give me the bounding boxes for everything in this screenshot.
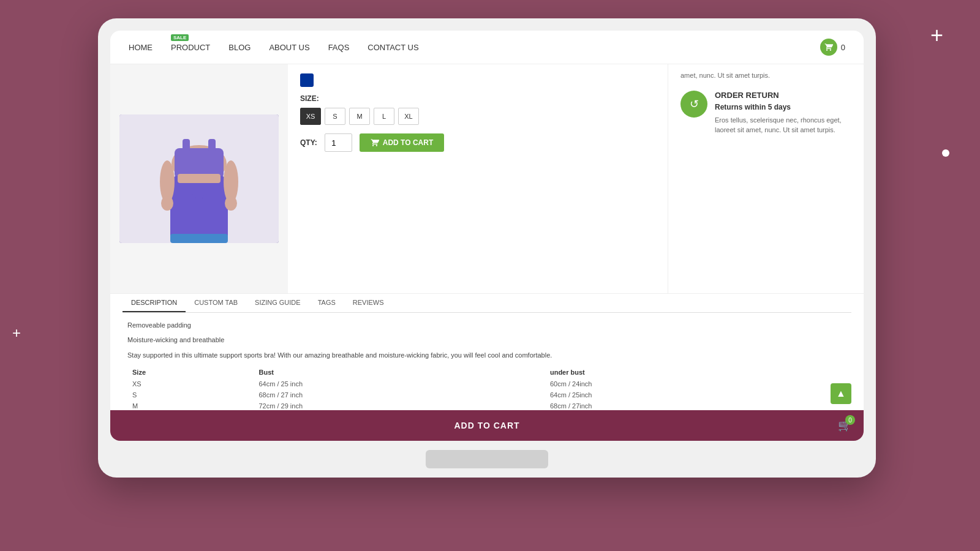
size-btn-m[interactable]: M: [349, 108, 370, 125]
nav-bar: HOME SALE PRODUCT BLOG ABOUT US FAQS CON…: [110, 31, 864, 64]
table-cell: XS: [127, 378, 254, 389]
table-row: XS64cm / 25 inch60cm / 24inch: [127, 378, 846, 389]
order-return-icon: ↺: [680, 91, 707, 118]
dot-decoration: [942, 149, 949, 157]
laptop-trackpad: [426, 450, 548, 468]
table-cell: 60cm / 24inch: [545, 378, 846, 389]
desc-line-2: Moisture-wicking and breathable: [127, 335, 846, 345]
svg-rect-6: [170, 194, 196, 240]
laptop-frame: HOME SALE PRODUCT BLOG ABOUT US FAQS CON…: [98, 18, 876, 478]
order-return-section: ↺ ORDER RETURN Returns within 5 days Ero…: [680, 91, 851, 135]
nav-cart[interactable]: 0: [820, 39, 845, 56]
cart-icon: [820, 39, 837, 56]
color-swatch[interactable]: [300, 73, 314, 87]
order-return-body: Eros tellus, scelerisque nec, rhoncus eg…: [715, 115, 851, 135]
bottom-cart-icon: 🛒 0: [838, 419, 851, 432]
size-table-header-underbust: under bust: [545, 366, 846, 378]
sale-badge: SALE: [171, 34, 189, 41]
product-image-area: [110, 64, 288, 293]
nav-link-faqs[interactable]: FAQS: [328, 43, 350, 52]
tab-reviews[interactable]: REVIEWS: [344, 294, 393, 312]
bottom-bar-label: ADD TO CART: [454, 421, 519, 430]
table-cell: S: [127, 389, 254, 400]
size-label: SIZE:: [300, 94, 655, 103]
table-cell: 64cm / 25inch: [545, 389, 846, 400]
return-icon-symbol: ↺: [690, 97, 699, 111]
nav-link-product[interactable]: SALE PRODUCT: [171, 43, 210, 52]
scroll-to-top-button[interactable]: ▲: [831, 383, 851, 404]
size-btn-s[interactable]: S: [325, 108, 345, 125]
plus-decoration-top-right: +: [930, 24, 943, 47]
bottom-cart-badge: 0: [845, 415, 855, 425]
svg-rect-4: [208, 139, 216, 151]
size-table-header-bust: Bust: [254, 366, 545, 378]
svg-rect-8: [178, 174, 221, 183]
above-info-text: amet, nunc. Ut sit amet turpis.: [680, 70, 851, 81]
svg-point-12: [225, 196, 237, 211]
svg-rect-3: [183, 139, 190, 151]
order-return-subtitle: Returns within 5 days: [715, 102, 851, 113]
size-table-header-size: Size: [127, 366, 254, 378]
qty-row: QTY: ADD TO CART: [300, 133, 655, 152]
size-btn-xl[interactable]: XL: [398, 108, 419, 125]
order-return-title: ORDER RETURN: [715, 91, 851, 100]
tab-description[interactable]: DESCRIPTION: [123, 294, 186, 312]
desc-line-3: Stay supported in this ultimate support …: [127, 350, 846, 361]
tab-custom[interactable]: CUSTOM TAB: [186, 294, 246, 312]
cart-count: 0: [841, 43, 845, 52]
qty-label: QTY:: [300, 138, 317, 147]
add-to-cart-button[interactable]: ADD TO CART: [360, 133, 444, 152]
desc-line-1: Removeable padding: [127, 320, 846, 331]
size-btn-xs[interactable]: XS: [300, 108, 321, 125]
qty-input[interactable]: [325, 133, 352, 152]
add-to-cart-label: ADD TO CART: [383, 138, 433, 147]
laptop-screen: HOME SALE PRODUCT BLOG ABOUT US FAQS CON…: [110, 31, 864, 441]
nav-links: HOME SALE PRODUCT BLOG ABOUT US FAQS CON…: [129, 43, 419, 52]
full-content: SIZE: XS S M L XL QTY:: [110, 64, 864, 441]
product-info-right: amet, nunc. Ut sit amet turpis. ↺ ORDER …: [668, 64, 864, 293]
plus-decoration-left: +: [12, 324, 21, 342]
nav-product-label: PRODUCT: [171, 43, 210, 52]
nav-link-about[interactable]: ABOUT US: [269, 43, 309, 52]
tab-sizing[interactable]: SIZING GUIDE: [246, 294, 309, 312]
nav-link-home[interactable]: HOME: [129, 43, 153, 52]
nav-link-contact[interactable]: CONTACT US: [368, 43, 418, 52]
content-area: SIZE: XS S M L XL QTY:: [110, 64, 864, 441]
size-options: XS S M L XL: [300, 108, 655, 125]
nav-link-blog[interactable]: BLOG: [228, 43, 251, 52]
product-details: SIZE: XS S M L XL QTY:: [288, 64, 668, 293]
table-row: S68cm / 27 inch64cm / 25inch: [127, 389, 846, 400]
tabs-nav: DESCRIPTION CUSTOM TAB SIZING GUIDE TAGS…: [123, 294, 851, 313]
table-cell: 64cm / 25 inch: [254, 378, 545, 389]
table-cell: 68cm / 27 inch: [254, 389, 545, 400]
tab-tags[interactable]: TAGS: [309, 294, 344, 312]
order-return-text: ORDER RETURN Returns within 5 days Eros …: [715, 91, 851, 135]
laptop-base: [110, 441, 864, 478]
svg-rect-13: [170, 234, 228, 243]
svg-rect-7: [202, 194, 228, 240]
scroll-top-icon: ▲: [836, 388, 846, 399]
svg-point-11: [161, 196, 173, 211]
product-image: [119, 114, 279, 243]
upper-row: SIZE: XS S M L XL QTY:: [110, 64, 864, 294]
bottom-add-to-cart-bar[interactable]: ADD TO CART 🛒 0: [110, 410, 864, 441]
size-btn-l[interactable]: L: [374, 108, 394, 125]
